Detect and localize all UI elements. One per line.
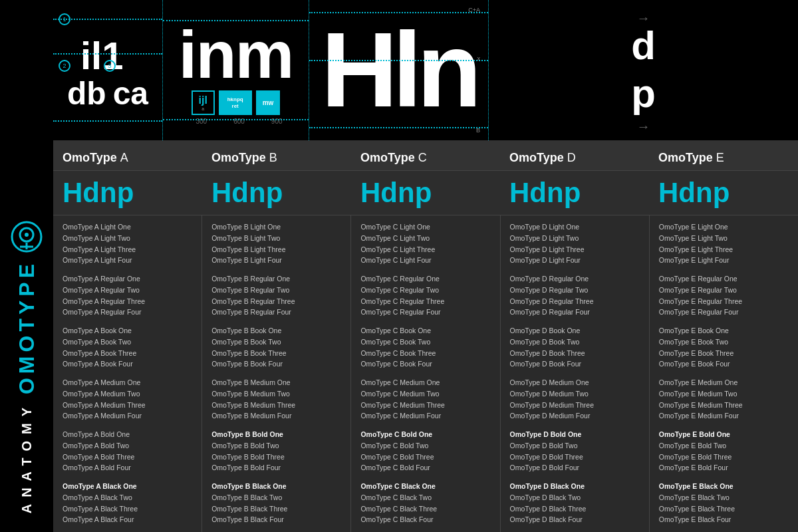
font-item-bold: OmoType E Bold One (659, 430, 789, 440)
font-item: OmoType D Medium Four (510, 411, 640, 422)
group-a-regular: OmoType A Regular One OmoType A Regular … (63, 274, 192, 318)
font-item: OmoType E Bold Two (659, 441, 789, 452)
anatomy-chars-il1: il1 (80, 37, 124, 75)
group-b-medium: OmoType B Medium One OmoType B Medium Tw… (211, 378, 341, 422)
font-item: OmoType B Book Two (211, 337, 341, 348)
font-item: OmoType D Book Four (510, 359, 640, 370)
font-item-bold: OmoType A Black One (63, 481, 192, 492)
font-item: OmoType B Bold Four (211, 463, 341, 473)
font-item: OmoType E Black Four (659, 515, 789, 525)
col-header-e-light: E (716, 151, 724, 164)
font-col-a: OmoType A Light One OmoType A Light Two … (53, 215, 202, 532)
font-item: OmoType C Regular Four (360, 307, 490, 318)
group-d-light: OmoType D Light One OmoType D Light Two … (510, 222, 640, 266)
group-a-bold: OmoType A Bold One OmoType A Bold Two Om… (63, 430, 192, 473)
anatomy-section-1: 1 2 3 il1 db ca (53, 0, 163, 140)
font-item: OmoType E Regular Two (659, 285, 789, 296)
font-item: OmoType C Black Three (360, 504, 490, 515)
font-item: OmoType C Medium One (360, 378, 490, 388)
font-item: OmoType E Book Two (659, 337, 789, 348)
anatomy-section-4: d p → → d p → → d p (489, 0, 798, 140)
group-a-medium: OmoType A Medium One OmoType A Medium Tw… (63, 378, 192, 422)
font-item: OmoType E Bold Four (659, 463, 789, 473)
font-item: OmoType A Light One (63, 222, 192, 233)
font-item: OmoType B Bold Two (211, 441, 341, 452)
anatomy-section-3: C+A x B Hln (309, 0, 489, 140)
group-e-medium: OmoType E Medium One OmoType E Medium Tw… (659, 378, 789, 422)
font-item: OmoType C Bold Two (360, 441, 490, 452)
font-item: OmoType D Bold Two (510, 441, 640, 452)
sidebar: OMOTYPE ANATOMY (0, 0, 53, 532)
font-item: OmoType E Medium Three (659, 400, 789, 411)
group-c-book: OmoType C Book One OmoType C Book Two Om… (360, 326, 490, 370)
group-d-black: OmoType D Black One OmoType D Black Two … (510, 481, 640, 525)
font-item: OmoType D Light Two (510, 233, 640, 244)
hdnp-b: Hdnp (202, 171, 351, 215)
font-item: OmoType D Book One (510, 326, 640, 336)
font-item: OmoType C Black Two (360, 493, 490, 503)
font-col-e: OmoType E Light One OmoType E Light Two … (650, 215, 798, 532)
font-item: OmoType D Regular One (510, 274, 640, 285)
font-item: OmoType C Black Four (360, 515, 490, 525)
group-c-regular: OmoType C Regular One OmoType C Regular … (360, 274, 490, 318)
font-item: OmoType C Light Two (360, 233, 490, 244)
label-cap-height: C+A (468, 7, 480, 13)
sidebar-brand: OMOTYPE (16, 260, 37, 394)
font-item: OmoType B Light Two (211, 233, 341, 244)
font-item: OmoType A Bold Two (63, 441, 192, 452)
col-header-d: OmoType D (500, 140, 649, 170)
anatomy-chars-ca: ca (113, 78, 148, 110)
font-item: OmoType B Book One (211, 326, 341, 336)
font-item: OmoType A Book Four (63, 359, 192, 370)
font-item: OmoType C Medium Three (360, 400, 490, 411)
font-item-bold: OmoType B Black One (211, 481, 341, 492)
col-header-d-bold: OmoType (509, 151, 567, 164)
col-header-b-light: B (269, 151, 277, 164)
font-item: OmoType D Regular Two (510, 285, 640, 296)
font-col-c: OmoType C Light One OmoType C Light Two … (351, 215, 500, 532)
hdnp-row: Hdnp Hdnp Hdnp Hdnp Hdnp (53, 171, 798, 215)
omotype-logo-icon (10, 220, 43, 253)
font-item-bold: OmoType D Bold One (510, 430, 640, 440)
font-item: OmoType A Book One (63, 326, 192, 336)
font-item: OmoType A Black Two (63, 493, 192, 503)
font-item: OmoType B Regular One (211, 274, 341, 285)
font-item: OmoType B Black Four (211, 515, 341, 525)
d-column-2: d p (631, 26, 656, 114)
font-item: OmoType E Light One (659, 222, 789, 233)
page-wrapper: OMOTYPE ANATOMY 1 2 3 il1 db c (0, 0, 798, 532)
font-item: OmoType A Medium One (63, 378, 192, 388)
font-item: OmoType C Light One (360, 222, 490, 233)
group-a-book: OmoType A Book One OmoType A Book Two Om… (63, 326, 192, 370)
font-item: OmoType E Book Four (659, 359, 789, 370)
circle-num-2: 2 (59, 60, 70, 72)
font-item: OmoType E Regular Three (659, 297, 789, 307)
box-ijl: ijl a (192, 90, 215, 115)
font-item: OmoType A Regular One (63, 274, 192, 285)
font-item: OmoType D Light One (510, 222, 640, 233)
font-item-bold: OmoType D Black One (510, 481, 640, 492)
font-item: OmoType C Regular Two (360, 285, 490, 296)
svg-point-2 (25, 233, 29, 237)
font-col-d: OmoType D Light One OmoType D Light Two … (501, 215, 650, 532)
group-e-black: OmoType E Black One OmoType E Black Two … (659, 481, 789, 525)
arrow-icon-3: → (637, 119, 650, 134)
arrow-col-2: → → (637, 119, 650, 140)
font-item: OmoType C Bold Three (360, 452, 490, 463)
group-a-light: OmoType A Light One OmoType A Light Two … (63, 222, 192, 266)
box-hknpq: hknpqret (219, 90, 252, 115)
group-b-regular: OmoType B Regular One OmoType B Regular … (211, 274, 341, 318)
font-item: OmoType C Medium Two (360, 389, 490, 400)
font-item: OmoType A Medium Three (63, 400, 192, 411)
font-list-area: OmoType A Light One OmoType A Light Two … (53, 215, 798, 532)
font-item: OmoType A Bold Three (63, 452, 192, 463)
group-e-light: OmoType E Light One OmoType E Light Two … (659, 222, 789, 266)
anatomy-chars-db: db (67, 78, 106, 110)
font-item: OmoType E Book One (659, 326, 789, 336)
font-item: OmoType B Regular Four (211, 307, 341, 318)
banner: 1 2 3 il1 db ca inm (53, 0, 798, 140)
font-item: OmoType C Medium Four (360, 411, 490, 422)
font-item: OmoType D Black Four (510, 515, 640, 525)
col-header-b: OmoType B (202, 140, 351, 170)
font-item: OmoType E Book Three (659, 348, 789, 359)
